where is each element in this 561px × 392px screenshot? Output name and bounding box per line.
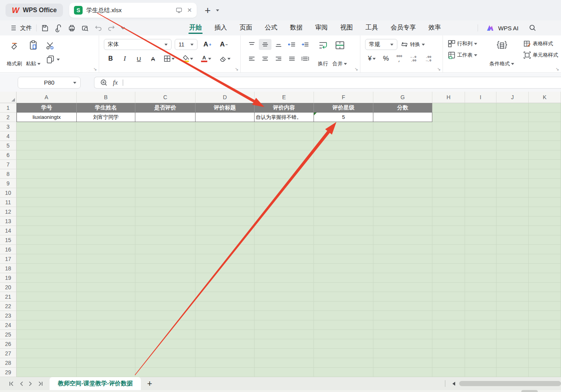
cut-button[interactable] (46, 41, 60, 50)
print-preview-icon[interactable] (81, 24, 89, 32)
cell-F8[interactable] (314, 169, 373, 179)
cell-C26[interactable] (135, 339, 196, 349)
cell-E1[interactable]: 评价内容 (255, 103, 314, 113)
cell-C6[interactable] (135, 150, 196, 160)
cell-E7[interactable] (255, 160, 314, 169)
cell-F22[interactable] (314, 301, 373, 311)
cell-C24[interactable] (135, 320, 196, 330)
cell-F3[interactable] (314, 122, 373, 131)
cell-F16[interactable] (314, 245, 373, 254)
decrease-indent-button[interactable] (286, 39, 298, 50)
cell-J7[interactable] (496, 160, 529, 169)
row-header-10[interactable]: 10 (0, 188, 17, 198)
cell-J16[interactable] (496, 245, 529, 254)
row-header-9[interactable]: 9 (0, 179, 17, 188)
last-sheet-icon[interactable] (38, 381, 43, 386)
cell-J10[interactable] (496, 188, 529, 198)
cell-F7[interactable] (314, 160, 373, 169)
cell-E3[interactable] (255, 122, 314, 131)
cell-H22[interactable] (432, 301, 465, 311)
cell-A15[interactable] (17, 235, 77, 245)
cell-I6[interactable] (465, 150, 496, 160)
increase-font-size-button[interactable]: A+ (201, 39, 214, 50)
cell-A22[interactable] (17, 301, 77, 311)
cell-E12[interactable] (255, 207, 314, 216)
cell-K29[interactable] (529, 368, 561, 377)
first-sheet-icon[interactable] (9, 381, 14, 386)
cell-D1[interactable]: 评价标题 (196, 103, 255, 113)
cell-E21[interactable] (255, 292, 314, 301)
cell-H12[interactable] (432, 207, 465, 216)
cell-A2[interactable]: liuxiaoningtx (17, 113, 77, 122)
cell-I13[interactable] (465, 216, 496, 226)
cell-H28[interactable] (432, 358, 465, 368)
cell-A11[interactable] (17, 198, 77, 207)
column-header-J[interactable]: J (496, 92, 529, 103)
cell-E8[interactable] (255, 169, 314, 179)
cell-B25[interactable] (77, 330, 135, 339)
menu-tab-7[interactable]: 视图 (334, 20, 359, 35)
cell-J18[interactable] (496, 264, 529, 273)
currency-format-button[interactable]: ¥ (365, 53, 378, 64)
cell-I19[interactable] (465, 273, 496, 283)
cell-F19[interactable] (314, 273, 373, 283)
cell-F11[interactable] (314, 198, 373, 207)
cell-D26[interactable] (196, 339, 255, 349)
cell-B14[interactable] (77, 226, 135, 235)
increase-indent-button[interactable] (299, 39, 312, 50)
font-color-button[interactable]: A (197, 53, 215, 64)
cell-D17[interactable] (196, 254, 255, 264)
cell-F25[interactable] (314, 330, 373, 339)
borders-button[interactable] (161, 53, 178, 64)
cell-A17[interactable] (17, 254, 77, 264)
cell-I21[interactable] (465, 292, 496, 301)
cell-F2[interactable]: 5 (314, 113, 373, 122)
row-header-25[interactable]: 25 (0, 330, 17, 339)
cell-F1[interactable]: 评价星级 (314, 103, 373, 113)
paste-button[interactable]: 粘贴 (24, 39, 42, 68)
cell-B23[interactable] (77, 311, 135, 320)
cell-H5[interactable] (432, 141, 465, 150)
cell-B22[interactable] (77, 301, 135, 311)
cell-K25[interactable] (529, 330, 561, 339)
cell-D9[interactable] (196, 179, 255, 188)
worksheet-button[interactable]: 工作表 (448, 51, 477, 59)
cell-C14[interactable] (135, 226, 196, 235)
number-format-select[interactable]: 常规 (365, 39, 397, 50)
cell-K16[interactable] (529, 245, 561, 254)
cell-B27[interactable] (77, 349, 135, 358)
cell-G24[interactable] (373, 320, 432, 330)
cell-A25[interactable] (17, 330, 77, 339)
menu-tab-6[interactable]: 审阅 (309, 20, 334, 35)
format-painter-button[interactable]: 格式刷 (5, 39, 24, 68)
cell-K1[interactable] (529, 103, 561, 113)
cell-D8[interactable] (196, 169, 255, 179)
cell-A28[interactable] (17, 358, 77, 368)
save-icon[interactable] (41, 24, 49, 32)
strikethrough-button[interactable]: A (146, 53, 160, 64)
cell-B8[interactable] (77, 169, 135, 179)
cell-B28[interactable] (77, 358, 135, 368)
hscroll-thumb[interactable] (459, 381, 561, 386)
cell-D13[interactable] (196, 216, 255, 226)
search-icon[interactable] (529, 24, 537, 32)
menu-tab-1[interactable]: 开始 (183, 20, 208, 35)
group-collapse-icon[interactable]: ↘ (437, 67, 441, 72)
group-collapse-icon[interactable]: ↘ (555, 67, 559, 72)
cell-B21[interactable] (77, 292, 135, 301)
cell-E14[interactable] (255, 226, 314, 235)
row-header-1[interactable]: 1 (0, 103, 17, 113)
cell-E13[interactable] (255, 216, 314, 226)
cell-E5[interactable] (255, 141, 314, 150)
cell-D7[interactable] (196, 160, 255, 169)
cell-K4[interactable] (529, 131, 561, 141)
cell-I17[interactable] (465, 254, 496, 264)
cell-C9[interactable] (135, 179, 196, 188)
previous-sheet-icon[interactable] (20, 381, 23, 386)
cell-J17[interactable] (496, 254, 529, 264)
cell-H25[interactable] (432, 330, 465, 339)
cell-F9[interactable] (314, 179, 373, 188)
cell-G16[interactable] (373, 245, 432, 254)
cell-F5[interactable] (314, 141, 373, 150)
cell-A5[interactable] (17, 141, 77, 150)
